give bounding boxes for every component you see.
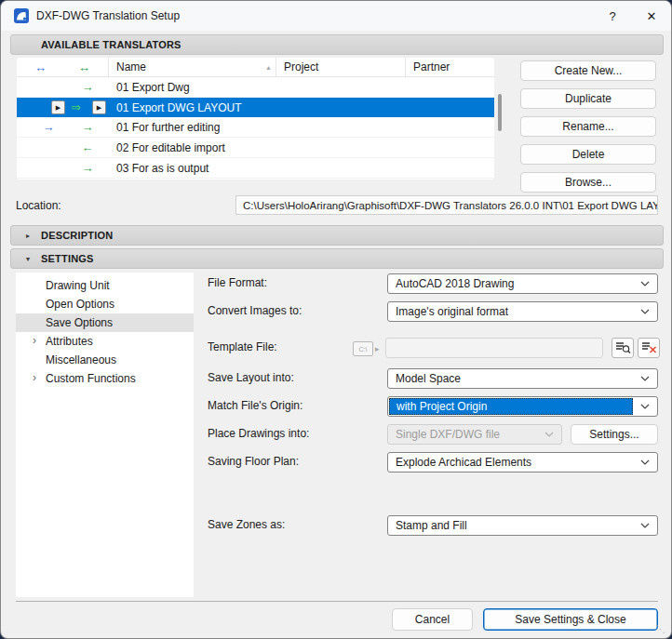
location-path-value: C:\Users\HoloArirang\Graphisoft\DXF-DWG … bbox=[243, 200, 658, 211]
template-browse-button[interactable] bbox=[612, 338, 634, 358]
place-drawings-settings-button[interactable]: Settings... bbox=[571, 424, 658, 445]
chevron-down-icon bbox=[537, 425, 561, 444]
cancel-button[interactable]: Cancel bbox=[392, 608, 473, 631]
play-icon: ▶ bbox=[56, 104, 60, 111]
header-spacer bbox=[17, 58, 30, 76]
chevron-down-icon bbox=[633, 453, 657, 472]
template-file-field bbox=[385, 338, 603, 358]
browse-button[interactable]: Browse... bbox=[520, 172, 656, 193]
duplicate-button[interactable]: Duplicate bbox=[520, 88, 656, 109]
title-bar: DXF-DWG Translation Setup ? ✕ bbox=[1, 1, 671, 31]
translator-row[interactable]: → 01 Export Dwg bbox=[17, 77, 494, 98]
save-translator-button[interactable]: ▶ bbox=[92, 100, 106, 114]
description-section-header[interactable]: ▸ DESCRIPTION bbox=[10, 225, 664, 246]
location-path-field: C:\Users\HoloArirang\Graphisoft\DXF-DWG … bbox=[235, 195, 658, 215]
translator-name: 02 For editable import bbox=[108, 141, 276, 154]
place-drawings-value: Single DXF/DWG file bbox=[388, 425, 537, 444]
tree-item-drawing-unit[interactable]: Drawing Unit bbox=[16, 276, 194, 295]
translator-row-selected[interactable]: ▶ ⇒▶ 01 Export DWG LAYOUT bbox=[17, 98, 494, 117]
browse-template-icon bbox=[615, 341, 631, 354]
translator-name: 01 For further editing bbox=[108, 121, 276, 134]
import-arrow-icon: ← bbox=[82, 141, 94, 153]
settings-tree: Drawing Unit Open Options Save Options ›… bbox=[16, 273, 194, 597]
translator-name: 03 For as is output bbox=[108, 162, 276, 175]
bidirectional-green-icon: ↔ bbox=[78, 61, 90, 73]
place-drawings-label: Place Drawings into: bbox=[208, 427, 309, 440]
tree-item-label: Attributes bbox=[46, 335, 93, 348]
settings-section-header[interactable]: ▾ SETTINGS bbox=[10, 248, 664, 269]
location-label: Location: bbox=[16, 199, 61, 212]
save-zones-select[interactable]: Stamp and Fill bbox=[387, 515, 658, 536]
dxf-dwg-translation-setup-dialog: DXF-DWG Translation Setup ? ✕ AVAILABLE … bbox=[0, 0, 672, 639]
list-scrollbar-thumb[interactable] bbox=[498, 94, 502, 131]
dialog-title: DXF-DWG Translation Setup bbox=[36, 9, 180, 22]
file-format-label: File Format: bbox=[208, 276, 267, 289]
column-name-label: Name bbox=[116, 60, 146, 73]
tree-item-custom-functions[interactable]: ›Custom Functions bbox=[16, 369, 194, 388]
file-format-value: AutoCAD 2018 Drawing bbox=[388, 274, 633, 293]
match-origin-label: Match File's Origin: bbox=[208, 399, 302, 412]
saving-floor-plan-value: Explode Archicad Elements bbox=[388, 453, 633, 472]
export-arrow-icon: → bbox=[82, 81, 94, 93]
tree-item-label: Miscellaneous bbox=[46, 353, 116, 366]
translators-list: ↔ ↔ Name▲ Project Partner → 01 Export Dw… bbox=[17, 58, 494, 180]
template-file-label: Template File: bbox=[208, 340, 277, 353]
tree-item-label: Drawing Unit bbox=[46, 279, 110, 292]
match-origin-value: with Project Origin bbox=[389, 398, 633, 415]
column-project-label: Project bbox=[284, 60, 318, 73]
save-zones-label: Save Zones as: bbox=[208, 518, 285, 531]
create-new-button[interactable]: Create New... bbox=[520, 60, 656, 81]
tree-item-label: Custom Functions bbox=[46, 372, 136, 385]
help-button[interactable]: ? bbox=[593, 1, 632, 31]
template-drive-icon[interactable]: C:\ ▸ bbox=[353, 341, 380, 356]
clear-template-icon bbox=[641, 341, 657, 354]
save-settings-close-button[interactable]: Save Settings & Close bbox=[483, 608, 658, 631]
active-export-arrow-icon: ⇒ bbox=[71, 101, 81, 113]
tree-expand-icon[interactable]: › bbox=[33, 371, 36, 384]
convert-images-select[interactable]: Image's original format bbox=[387, 301, 658, 322]
column-save-direction[interactable]: ↔ bbox=[67, 58, 108, 76]
saving-floor-plan-label: Saving Floor Plan: bbox=[208, 455, 299, 468]
convert-images-label: Convert Images to: bbox=[208, 304, 302, 317]
available-translators-label: AVAILABLE TRANSLATORS bbox=[41, 39, 181, 50]
drive-arrow-icon: ▸ bbox=[375, 344, 380, 353]
column-open-direction[interactable]: ↔ bbox=[30, 58, 67, 76]
resize-grip-icon[interactable]: ⋱ bbox=[655, 623, 665, 635]
saving-floor-plan-select[interactable]: Explode Archicad Elements bbox=[387, 452, 658, 473]
tree-item-save-options[interactable]: Save Options bbox=[16, 313, 194, 332]
place-drawings-select-disabled: Single DXF/DWG file bbox=[387, 424, 562, 445]
translator-name: 01 Export Dwg bbox=[108, 81, 276, 94]
column-project[interactable]: Project bbox=[276, 58, 405, 76]
translator-row[interactable]: ← 02 For editable import bbox=[17, 138, 494, 158]
footer-divider bbox=[16, 601, 658, 602]
column-partner[interactable]: Partner bbox=[405, 58, 494, 76]
available-translators-header: AVAILABLE TRANSLATORS bbox=[10, 34, 664, 55]
save-layout-value: Model Space bbox=[388, 369, 633, 388]
tree-item-attributes[interactable]: ›Attributes bbox=[16, 332, 194, 351]
tree-item-label: Open Options bbox=[46, 298, 114, 311]
close-icon[interactable]: ✕ bbox=[632, 1, 671, 31]
open-translator-button[interactable]: ▶ bbox=[51, 100, 65, 114]
collapsed-triangle-icon: ▸ bbox=[26, 232, 37, 240]
export-arrow-icon: → bbox=[82, 162, 94, 174]
save-layout-select[interactable]: Model Space bbox=[387, 368, 658, 389]
chevron-down-icon bbox=[633, 302, 657, 321]
translator-row[interactable]: → 03 For as is output bbox=[17, 158, 494, 179]
bidirectional-blue-icon: ↔ bbox=[34, 61, 47, 73]
tree-item-miscellaneous[interactable]: Miscellaneous bbox=[16, 351, 194, 369]
delete-button[interactable]: Delete bbox=[520, 144, 656, 165]
match-origin-select[interactable]: with Project Origin bbox=[387, 396, 658, 417]
sort-ascending-icon: ▲ bbox=[265, 64, 272, 71]
tree-item-open-options[interactable]: Open Options bbox=[16, 295, 194, 313]
file-format-select[interactable]: AutoCAD 2018 Drawing bbox=[387, 273, 658, 294]
tree-expand-icon[interactable]: › bbox=[33, 334, 36, 347]
template-clear-button[interactable] bbox=[638, 338, 660, 358]
column-name[interactable]: Name▲ bbox=[108, 58, 276, 76]
convert-images-value: Image's original format bbox=[388, 302, 633, 321]
translator-name: 01 Export DWG LAYOUT bbox=[108, 101, 276, 114]
chevron-down-icon bbox=[633, 369, 657, 388]
import-arrow-icon: → bbox=[43, 121, 55, 133]
archicad-logo-icon bbox=[14, 8, 29, 23]
rename-button[interactable]: Rename... bbox=[520, 116, 656, 137]
translator-row[interactable]: → → 01 For further editing bbox=[17, 117, 494, 138]
